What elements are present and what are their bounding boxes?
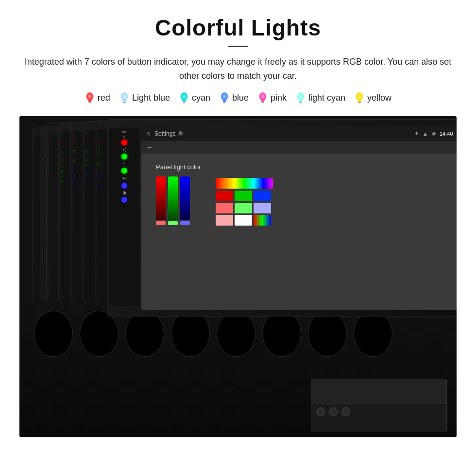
panel-light-label: Panel light color <box>156 163 201 171</box>
swatch-rainbow[interactable] <box>254 215 271 226</box>
nav-bar: ← <box>141 141 457 154</box>
connector-top <box>311 379 446 404</box>
panel-light-section: Panel light color <box>156 163 201 225</box>
rst-label: RST <box>122 135 127 138</box>
bulb-icon-red <box>85 92 95 105</box>
grill-hole-7 <box>308 311 347 357</box>
blue-button-1[interactable] <box>121 183 127 189</box>
color-item-red: red <box>85 92 110 105</box>
bulb-icon-cyan <box>179 92 189 105</box>
swatch-blue[interactable] <box>254 191 271 201</box>
svg-rect-1 <box>88 102 91 103</box>
svg-point-2 <box>88 94 91 98</box>
color-label-lightcyan: light cyan <box>308 93 345 103</box>
car-stack: MIC RST MIC RST ◁ ⌂ <box>19 116 457 437</box>
color-item-lightcyan: light cyan <box>295 92 345 105</box>
color-item-yellow: yellow <box>354 92 391 105</box>
bottom-panel <box>19 301 457 437</box>
svg-rect-16 <box>299 102 302 103</box>
swatch-white[interactable] <box>235 215 252 226</box>
home-icon[interactable]: ⌂ <box>146 129 151 138</box>
connector-area <box>311 379 447 432</box>
grill-hole-6 <box>262 311 301 357</box>
green-slider[interactable] <box>168 176 178 225</box>
bluetooth-icon: ✦ <box>414 130 419 137</box>
grill-hole-5 <box>217 311 255 357</box>
grill-hole-4 <box>171 311 210 357</box>
bulb-icon-yellow <box>354 92 365 105</box>
grill-hole-1 <box>34 311 73 357</box>
svg-rect-7 <box>183 102 186 103</box>
grill-hole-2 <box>80 311 119 357</box>
color-label-lightblue: Light blue <box>132 93 170 103</box>
signal-icon: ◈ <box>432 130 436 137</box>
color-item-blue: blue <box>219 92 249 105</box>
svg-point-5 <box>122 94 126 98</box>
bulb-icon-blue <box>219 92 230 105</box>
settings-text: Settings <box>154 130 175 137</box>
connector-ports <box>311 404 446 420</box>
description-text: Integrated with 7 colors of button indic… <box>19 55 457 83</box>
rainbow-bar <box>216 178 273 189</box>
svg-point-20 <box>357 94 361 98</box>
product-image: MIC RST MIC RST ◁ ⌂ <box>19 116 457 437</box>
color-label-cyan: cyan <box>192 93 210 103</box>
page-title: Colorful Lights <box>19 15 457 41</box>
svg-point-14 <box>261 94 264 98</box>
blue-button-2[interactable] <box>121 197 127 203</box>
swatch-lightblue[interactable] <box>254 203 271 213</box>
color-label-pink: pink <box>271 93 287 103</box>
swatch-lightgreen[interactable] <box>235 203 252 213</box>
svg-point-8 <box>182 94 186 98</box>
svg-point-11 <box>222 94 226 98</box>
mic-label: MIC <box>122 131 126 134</box>
blue-slider[interactable] <box>180 176 190 225</box>
left-button-panel: MIC RST ◁ ⌂ ↩ ⊕ <box>109 128 139 306</box>
title-divider <box>228 46 248 47</box>
settings-content: Panel light color <box>141 154 457 310</box>
power-button[interactable] <box>121 140 127 145</box>
title-section: Colorful Lights Integrated with 7 colors… <box>19 15 457 83</box>
color-label-blue: blue <box>232 93 249 103</box>
bulb-icon-lightcyan <box>295 92 306 105</box>
svg-rect-4 <box>123 102 126 103</box>
status-bar: ⌂ Settings ⎘ ✦ ▲ ◈ 14:40 ⊡ ♪ <box>141 126 457 141</box>
red-slider[interactable] <box>156 176 166 225</box>
color-bars-container <box>156 176 201 225</box>
color-item-pink: pink <box>257 92 287 105</box>
home-button[interactable]: ⌂ <box>123 161 126 166</box>
grill-hole-3 <box>125 311 164 357</box>
color-item-cyan: cyan <box>179 92 210 105</box>
swatch-pink[interactable] <box>216 203 233 213</box>
green-button-2[interactable] <box>121 168 127 174</box>
swatch-salmon[interactable] <box>216 215 233 226</box>
wifi-icon: ▲ <box>423 131 428 137</box>
svg-rect-13 <box>261 102 264 103</box>
color-swatches <box>216 178 273 226</box>
swatch-grid <box>216 191 273 226</box>
plus-button[interactable]: ⊕ <box>122 190 126 195</box>
green-button-1[interactable] <box>121 154 127 159</box>
svg-rect-10 <box>223 102 226 103</box>
color-label-yellow: yellow <box>367 93 391 103</box>
port-3 <box>341 407 350 416</box>
bulb-icon-pink <box>257 92 268 105</box>
svg-point-17 <box>299 94 302 98</box>
screen-area: ⌂ Settings ⎘ ✦ ▲ ◈ 14:40 ⊡ ♪ ← <box>141 126 457 310</box>
main-unit: MIC RST ◁ ⌂ ↩ ⊕ ⌂ Se <box>107 119 457 316</box>
swatch-green[interactable] <box>235 191 252 201</box>
color-list: red Light blue cyan <box>19 92 457 105</box>
color-label-red: red <box>98 93 110 103</box>
time-display: 14:40 <box>440 131 453 137</box>
svg-rect-19 <box>358 102 361 103</box>
port-1 <box>316 407 325 416</box>
return-button[interactable]: ↩ <box>122 175 127 181</box>
back-nav-icon[interactable]: ← <box>146 143 153 151</box>
usb-icon: ⎘ <box>179 130 183 137</box>
back-button[interactable]: ◁ <box>122 147 126 152</box>
color-item-lightblue: Light blue <box>119 92 170 105</box>
port-2 <box>329 407 338 416</box>
bulb-icon-lightblue <box>119 92 130 105</box>
grill-hole-8 <box>354 311 392 357</box>
swatch-red[interactable] <box>216 191 233 201</box>
